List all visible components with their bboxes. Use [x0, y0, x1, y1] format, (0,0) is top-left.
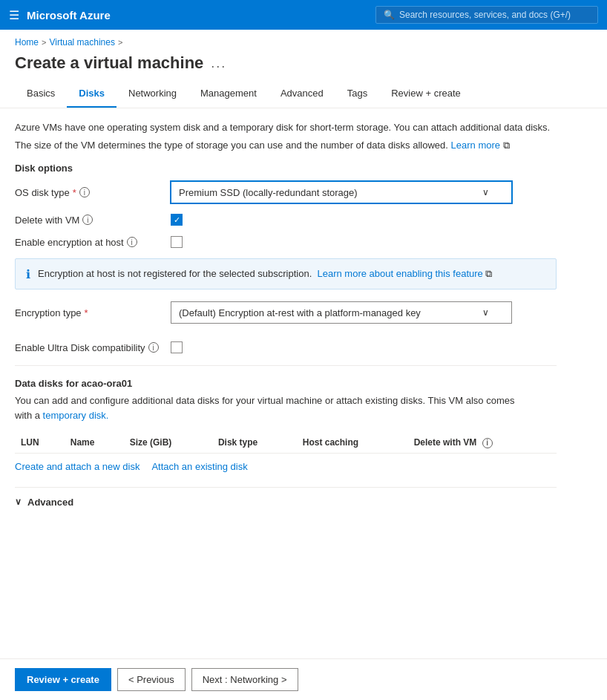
- tab-networking[interactable]: Networking: [117, 80, 188, 108]
- delete-with-vm-checkbox[interactable]: [171, 214, 183, 226]
- data-disks-header: Data disks for acao-ora01: [15, 378, 579, 389]
- delete-with-vm-info-icon[interactable]: i: [82, 215, 93, 225]
- tab-disks[interactable]: Disks: [67, 80, 117, 108]
- col-delete-vm-info-icon[interactable]: i: [482, 438, 493, 448]
- breadcrumb-virtual-machines[interactable]: Virtual machines: [49, 37, 115, 48]
- encryption-info-banner: ℹ Encryption at host is not registered f…: [15, 258, 557, 290]
- advanced-chevron-icon: ∨: [15, 497, 22, 507]
- breadcrumb-home[interactable]: Home: [15, 37, 39, 48]
- encryption-host-checkbox[interactable]: [171, 236, 183, 248]
- col-delete-vm: Delete with VM i: [408, 433, 557, 453]
- tab-management[interactable]: Management: [188, 80, 269, 108]
- temporary-disk-link[interactable]: temporary disk.: [43, 410, 109, 421]
- info-banner-icon: ℹ: [26, 267, 30, 281]
- os-disk-chevron-icon: ∨: [482, 187, 489, 197]
- delete-with-vm-checkbox-container: [171, 214, 183, 226]
- top-nav: ☰ Microsoft Azure 🔍: [0, 0, 607, 30]
- learn-more-link[interactable]: Learn more: [451, 140, 500, 151]
- os-disk-type-row: OS disk type * i Premium SSD (locally-re…: [15, 181, 579, 203]
- tabs-bar: Basics Disks Networking Management Advan…: [0, 80, 607, 108]
- col-size: Size (GiB): [124, 433, 212, 453]
- ultra-disk-info-icon[interactable]: i: [148, 342, 159, 353]
- breadcrumb: Home > Virtual machines >: [0, 30, 607, 50]
- os-disk-type-select[interactable]: Premium SSD (locally-redundant storage) …: [171, 181, 512, 203]
- required-indicator: *: [73, 187, 76, 198]
- disk-actions: Create and attach a new disk Attach an e…: [15, 461, 579, 472]
- encryption-required-indicator: *: [85, 307, 88, 318]
- encryption-type-chevron-icon: ∨: [482, 307, 489, 318]
- main-content: Azure VMs have one operating system disk…: [0, 108, 594, 572]
- create-attach-disk-link[interactable]: Create and attach a new disk: [15, 461, 140, 472]
- ultra-disk-checkbox[interactable]: [171, 341, 183, 353]
- data-disks-text: You can add and configure additional dat…: [15, 393, 534, 422]
- search-input[interactable]: [399, 10, 590, 20]
- info-text-1: Azure VMs have one operating system disk…: [15, 120, 579, 135]
- app-logo: Microsoft Azure: [27, 9, 368, 22]
- page-title-area: Create a virtual machine ...: [0, 50, 607, 80]
- ultra-disk-row: Enable Ultra Disk compatibility i: [15, 341, 579, 353]
- delete-with-vm-row: Delete with VM i: [15, 214, 579, 226]
- search-bar[interactable]: 🔍: [375, 6, 598, 24]
- tab-tags[interactable]: Tags: [335, 80, 379, 108]
- data-disks-table: LUN Name Size (GiB) Disk type Host cachi…: [15, 433, 557, 454]
- info-text-2: The size of the VM determines the type o…: [15, 138, 579, 153]
- page-menu-icon[interactable]: ...: [211, 56, 226, 71]
- encryption-host-info-icon[interactable]: i: [127, 237, 137, 247]
- disk-options-header: Disk options: [15, 163, 579, 174]
- encryption-host-checkbox-container: [171, 236, 183, 248]
- os-disk-type-info-icon[interactable]: i: [79, 187, 90, 197]
- ultra-disk-checkbox-container: [171, 341, 183, 353]
- col-name: Name: [65, 433, 124, 453]
- breadcrumb-sep2: >: [118, 38, 122, 47]
- tab-advanced[interactable]: Advanced: [269, 80, 335, 108]
- col-lun: LUN: [15, 433, 65, 453]
- ultra-disk-label: Enable Ultra Disk compatibility i: [15, 342, 163, 353]
- advanced-label: Advanced: [27, 497, 73, 508]
- tab-basics[interactable]: Basics: [15, 80, 67, 108]
- os-disk-type-label: OS disk type * i: [15, 187, 163, 198]
- info-banner-text: Encryption at host is not registered for…: [38, 266, 492, 281]
- breadcrumb-sep1: >: [42, 38, 46, 47]
- page-title: Create a virtual machine: [15, 53, 203, 73]
- advanced-section: ∨ Advanced: [15, 487, 557, 508]
- encryption-host-row: Enable encryption at host i: [15, 236, 579, 248]
- delete-with-vm-label: Delete with VM i: [15, 215, 163, 226]
- encryption-learn-more-link[interactable]: Learn more about enabling this feature: [317, 268, 482, 279]
- encryption-type-select[interactable]: (Default) Encryption at-rest with a plat…: [171, 301, 512, 324]
- search-icon: 🔍: [384, 10, 395, 20]
- encryption-type-label: Encryption type *: [15, 307, 163, 318]
- col-disk-type: Disk type: [212, 433, 297, 453]
- tab-review-create[interactable]: Review + create: [379, 80, 473, 108]
- encryption-type-row: Encryption type * (Default) Encryption a…: [15, 301, 579, 324]
- divider-1: [15, 365, 557, 366]
- hamburger-icon[interactable]: ☰: [9, 8, 19, 22]
- col-host-caching: Host caching: [297, 433, 408, 453]
- advanced-toggle[interactable]: ∨ Advanced: [15, 497, 557, 508]
- attach-existing-disk-link[interactable]: Attach an existing disk: [151, 461, 247, 472]
- encryption-host-label: Enable encryption at host i: [15, 237, 163, 248]
